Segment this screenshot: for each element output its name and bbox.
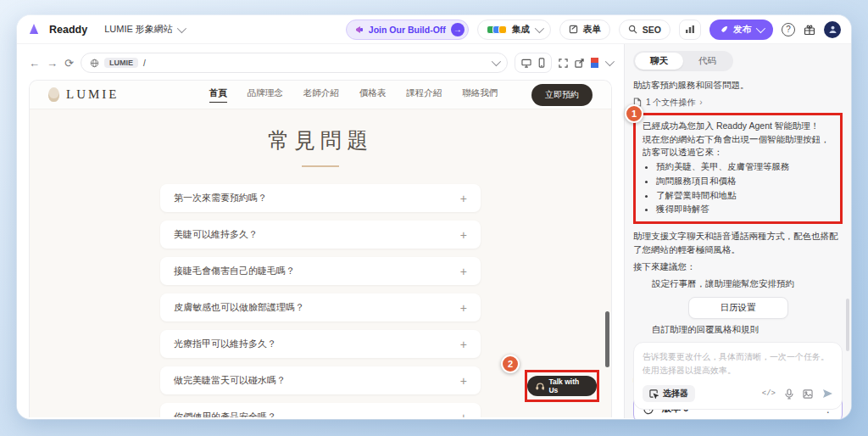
bullet-item: 獲得即時解答 <box>656 203 833 216</box>
integrations-button[interactable]: 集成 <box>477 20 551 40</box>
calendar-settings-button[interactable]: 日历设置 <box>688 297 788 319</box>
faq-item[interactable]: 光療指甲可以維持多久？+ <box>160 330 481 358</box>
faq-item[interactable]: 皮膚敏感也可以做臉部護理嗎？+ <box>160 293 481 321</box>
chevron-down-icon[interactable] <box>605 57 615 66</box>
forms-button[interactable]: 表单 <box>559 20 610 40</box>
search-icon <box>628 25 637 34</box>
composer[interactable]: 告诉我要更改什么，具体而清晰，一次一个任务。 使用选择器以提高效率。 选择器 <… <box>633 342 843 410</box>
composer-icons: </> <box>762 388 833 400</box>
assistant-message-tail: 助訪客預約服務和回答問題。 <box>633 79 843 92</box>
highlight-line2: 現在您的網站右下角會出現一個智能助理按鈕，訪客可以透過它來： <box>643 133 833 160</box>
megaphone-icon <box>355 25 364 34</box>
preview-pane: ← → ⟳ LUMIE / <box>17 44 624 418</box>
forward-button[interactable]: → <box>47 58 58 69</box>
file-operations-toggle[interactable]: 1 个文件操作 › <box>633 97 843 109</box>
nav-home[interactable]: 首頁 <box>209 87 227 103</box>
book-now-button[interactable]: 立即預約 <box>531 84 593 106</box>
browser-toolbar: ← → ⟳ LUMIE / <box>29 51 612 75</box>
plus-icon[interactable]: + <box>460 374 467 388</box>
brand-name: Readdy <box>49 24 87 36</box>
refresh-button[interactable]: ⟳ <box>64 58 74 69</box>
chat-pane: 聊天 代码 助訪客預約服務和回答問題。 1 个文件操作 › 1 已經成功為您加入… <box>624 44 851 418</box>
app-window: Readdy LUMIE 形象網站 Join Our Build-Off → 集… <box>17 15 851 419</box>
tab-chat[interactable]: 聊天 <box>635 53 683 70</box>
nav-teachers[interactable]: 老師介紹 <box>303 87 339 103</box>
microphone-icon[interactable] <box>785 388 793 400</box>
forms-label: 表单 <box>583 24 601 36</box>
plus-icon[interactable]: + <box>460 301 467 315</box>
help-button[interactable]: ? <box>782 23 795 36</box>
faq-item[interactable]: 美睫可以維持多久？+ <box>160 221 481 249</box>
composer-placeholder-line2: 使用选择器以提高效率。 <box>643 364 833 377</box>
site-logo[interactable]: LUMIE <box>48 87 175 102</box>
build-off-label: Join Our Build-Off <box>369 25 446 35</box>
build-off-button[interactable]: Join Our Build-Off → <box>346 20 469 40</box>
device-toggle-group <box>515 53 552 73</box>
chat-tabs: 聊天 代码 <box>633 51 733 71</box>
open-external-button[interactable] <box>575 59 584 68</box>
project-name: LUMIE 形象網站 <box>104 23 173 36</box>
annotation-badge-2: 2 <box>501 355 520 373</box>
talk-label: Talk with Us <box>548 377 588 394</box>
talk-with-us-button[interactable]: Talk with Us <box>527 376 597 396</box>
flag-icon[interactable] <box>591 58 598 68</box>
chart-icon <box>685 25 695 34</box>
chat-scrollbar[interactable] <box>846 299 849 351</box>
selector-icon <box>649 389 659 399</box>
gift-icon[interactable] <box>804 24 815 36</box>
code-icon[interactable]: </> <box>762 389 776 398</box>
person-icon <box>828 25 837 34</box>
publish-button[interactable]: 发布 <box>709 20 773 40</box>
mobile-view-button[interactable] <box>538 58 545 68</box>
composer-toolbar: 选择器 </> <box>643 385 833 402</box>
highlight-line1: 已經成功為您加入 Readdy Agent 智能助理！ <box>643 120 833 133</box>
seo-button[interactable]: SEO <box>619 20 670 40</box>
analytics-button[interactable] <box>679 20 701 40</box>
url-project-badge: LUMIE <box>104 58 138 68</box>
user-avatar[interactable] <box>824 21 841 38</box>
send-icon[interactable] <box>822 388 833 399</box>
site-nav: 首頁 品牌理念 老師介紹 價格表 課程介紹 聯絡我們 <box>175 87 531 103</box>
integration-app-icons <box>487 25 507 34</box>
selector-label: 选择器 <box>663 388 688 400</box>
image-icon[interactable] <box>803 389 813 399</box>
arrow-right-icon: → <box>451 23 465 36</box>
headset-icon <box>536 382 544 391</box>
faq-item[interactable]: 第一次來需要預約嗎？+ <box>160 184 481 212</box>
faq-item[interactable]: 接睫毛會傷害自己的睫毛嗎？+ <box>160 257 481 285</box>
scrollbar-thumb[interactable] <box>605 311 609 367</box>
selector-button[interactable]: 选择器 <box>643 385 695 402</box>
title-underline <box>302 165 339 167</box>
nav-brand[interactable]: 品牌理念 <box>248 87 283 103</box>
chevron-down-icon <box>535 23 544 32</box>
seo-label: SEO <box>643 25 661 35</box>
chevron-down-icon[interactable] <box>492 57 501 66</box>
fullscreen-button[interactable] <box>559 59 568 68</box>
nav-courses[interactable]: 課程介紹 <box>406 87 442 103</box>
readdy-logo-icon <box>27 23 41 36</box>
section-title: 常見問題 <box>30 126 611 154</box>
project-switcher[interactable]: LUMIE 形象網站 <box>104 23 184 36</box>
plus-icon[interactable]: + <box>460 265 467 278</box>
suggestion-calendar: 設定行事曆，讓助理能幫您安排預約 <box>633 277 843 291</box>
site-preview: LUMIE 首頁 品牌理念 老師介紹 價格表 課程介紹 聯絡我們 立即預約 <box>29 80 612 417</box>
next-steps-label: 接下來建議您： <box>633 260 843 273</box>
back-button[interactable]: ← <box>29 58 40 69</box>
suggestion-agent: 自訂助理的回覆風格和規則 <box>633 323 843 337</box>
faq-item[interactable]: 做完美睫當天可以碰水嗎？+ <box>160 366 481 394</box>
plus-icon[interactable]: + <box>460 338 467 351</box>
nav-contact[interactable]: 聯絡我們 <box>462 87 498 103</box>
site-logo-text: LUMIE <box>66 87 120 102</box>
faq-item[interactable]: 你們使用的產品安全嗎？+ <box>160 403 481 417</box>
rocket-icon <box>720 25 728 34</box>
main-area: ← → ⟳ LUMIE / <box>17 44 851 418</box>
file-ops-label: 1 个文件操作 <box>646 97 695 109</box>
plus-icon[interactable]: + <box>460 228 467 242</box>
url-bar[interactable]: LUMIE / <box>81 53 508 73</box>
desktop-view-button[interactable] <box>521 59 531 68</box>
plus-icon[interactable]: + <box>460 192 467 205</box>
plus-icon[interactable]: + <box>460 411 467 418</box>
preview-scrollbar[interactable] <box>605 81 609 417</box>
tab-code[interactable]: 代码 <box>683 53 732 70</box>
nav-pricing[interactable]: 價格表 <box>359 87 387 103</box>
